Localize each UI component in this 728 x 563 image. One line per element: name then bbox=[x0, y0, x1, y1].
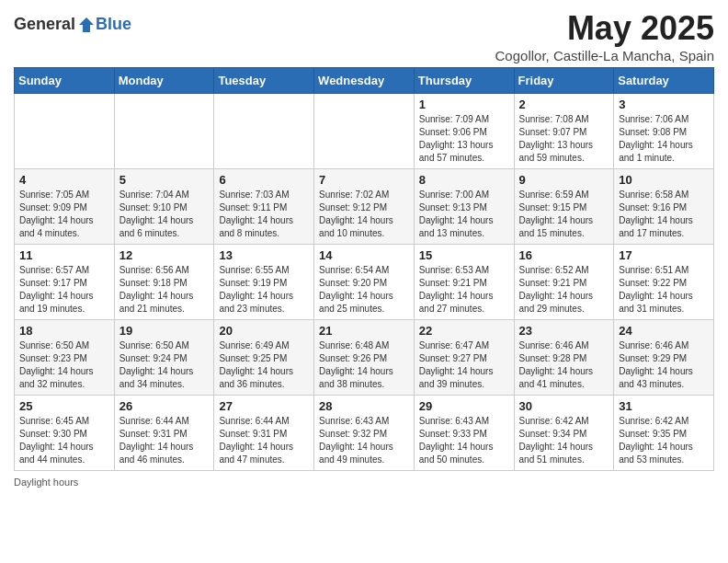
logo: General Blue bbox=[14, 15, 131, 34]
calendar-cell: 6Sunrise: 7:03 AMSunset: 9:11 PMDaylight… bbox=[214, 169, 314, 245]
day-info: Sunrise: 6:58 AMSunset: 9:16 PMDaylight:… bbox=[619, 189, 709, 240]
calendar-cell: 9Sunrise: 6:59 AMSunset: 9:15 PMDaylight… bbox=[514, 169, 614, 245]
day-info: Sunrise: 6:55 AMSunset: 9:19 PMDaylight:… bbox=[219, 264, 309, 316]
calendar-cell: 29Sunrise: 6:43 AMSunset: 9:33 PMDayligh… bbox=[414, 396, 514, 471]
calendar-week-row: 1Sunrise: 7:09 AMSunset: 9:06 PMDaylight… bbox=[15, 94, 714, 169]
day-number: 16 bbox=[519, 248, 609, 262]
calendar-day-header: Thursday bbox=[414, 68, 514, 94]
calendar-cell: 16Sunrise: 6:52 AMSunset: 9:21 PMDayligh… bbox=[514, 245, 614, 320]
calendar-cell: 3Sunrise: 7:06 AMSunset: 9:08 PMDaylight… bbox=[614, 94, 714, 169]
daylight-hours-label: Daylight hours bbox=[14, 477, 78, 488]
calendar-header-row: SundayMondayTuesdayWednesdayThursdayFrid… bbox=[15, 68, 714, 94]
calendar-cell: 30Sunrise: 6:42 AMSunset: 9:34 PMDayligh… bbox=[514, 396, 614, 471]
day-info: Sunrise: 7:09 AMSunset: 9:06 PMDaylight:… bbox=[419, 113, 509, 165]
calendar-cell: 19Sunrise: 6:50 AMSunset: 9:24 PMDayligh… bbox=[114, 320, 214, 396]
day-info: Sunrise: 6:54 AMSunset: 9:20 PMDaylight:… bbox=[319, 264, 409, 316]
day-number: 18 bbox=[19, 324, 109, 338]
day-info: Sunrise: 6:59 AMSunset: 9:15 PMDaylight:… bbox=[519, 189, 609, 240]
calendar-day-header: Saturday bbox=[614, 68, 714, 94]
day-info: Sunrise: 6:52 AMSunset: 9:21 PMDaylight:… bbox=[519, 264, 609, 316]
day-info: Sunrise: 7:08 AMSunset: 9:07 PMDaylight:… bbox=[519, 113, 609, 165]
calendar-cell: 7Sunrise: 7:02 AMSunset: 9:12 PMDaylight… bbox=[314, 169, 415, 245]
calendar-day-header: Tuesday bbox=[214, 68, 314, 94]
calendar-cell: 25Sunrise: 6:45 AMSunset: 9:30 PMDayligh… bbox=[15, 396, 115, 471]
calendar-day-header: Wednesday bbox=[314, 68, 415, 94]
calendar-cell: 10Sunrise: 6:58 AMSunset: 9:16 PMDayligh… bbox=[614, 169, 714, 245]
calendar-cell: 23Sunrise: 6:46 AMSunset: 9:28 PMDayligh… bbox=[514, 320, 614, 396]
calendar-cell bbox=[214, 94, 314, 169]
calendar-cell: 1Sunrise: 7:09 AMSunset: 9:06 PMDaylight… bbox=[414, 94, 514, 169]
day-number: 17 bbox=[619, 248, 709, 262]
calendar-cell: 31Sunrise: 6:42 AMSunset: 9:35 PMDayligh… bbox=[614, 396, 714, 471]
calendar-week-row: 4Sunrise: 7:05 AMSunset: 9:09 PMDaylight… bbox=[15, 169, 714, 245]
day-number: 12 bbox=[119, 248, 210, 262]
day-number: 27 bbox=[219, 399, 309, 413]
calendar-day-header: Sunday bbox=[15, 68, 115, 94]
day-info: Sunrise: 7:06 AMSunset: 9:08 PMDaylight:… bbox=[619, 113, 709, 165]
day-number: 26 bbox=[119, 399, 210, 413]
day-info: Sunrise: 7:02 AMSunset: 9:12 PMDaylight:… bbox=[319, 189, 409, 240]
calendar-week-row: 11Sunrise: 6:57 AMSunset: 9:17 PMDayligh… bbox=[15, 245, 714, 320]
day-number: 20 bbox=[219, 324, 309, 338]
day-number: 13 bbox=[219, 248, 309, 262]
day-number: 8 bbox=[419, 173, 509, 187]
day-number: 10 bbox=[619, 173, 709, 187]
calendar-cell: 21Sunrise: 6:48 AMSunset: 9:26 PMDayligh… bbox=[314, 320, 415, 396]
title-area: May 2025 Cogollor, Castille-La Mancha, S… bbox=[495, 9, 714, 63]
day-number: 30 bbox=[519, 399, 609, 413]
calendar-week-row: 25Sunrise: 6:45 AMSunset: 9:30 PMDayligh… bbox=[15, 396, 714, 471]
location-subtitle: Cogollor, Castille-La Mancha, Spain bbox=[495, 48, 714, 63]
svg-marker-0 bbox=[79, 17, 94, 32]
day-number: 7 bbox=[319, 173, 409, 187]
day-info: Sunrise: 6:42 AMSunset: 9:35 PMDaylight:… bbox=[619, 415, 709, 466]
calendar-cell: 18Sunrise: 6:50 AMSunset: 9:23 PMDayligh… bbox=[15, 320, 115, 396]
day-info: Sunrise: 6:48 AMSunset: 9:26 PMDaylight:… bbox=[319, 339, 409, 391]
calendar-cell: 11Sunrise: 6:57 AMSunset: 9:17 PMDayligh… bbox=[15, 245, 115, 320]
footer-note: Daylight hours bbox=[14, 477, 714, 488]
day-info: Sunrise: 6:47 AMSunset: 9:27 PMDaylight:… bbox=[419, 339, 509, 391]
day-number: 1 bbox=[419, 98, 509, 111]
calendar-day-header: Monday bbox=[114, 68, 214, 94]
day-number: 6 bbox=[219, 173, 309, 187]
day-number: 3 bbox=[619, 98, 709, 111]
day-info: Sunrise: 7:03 AMSunset: 9:11 PMDaylight:… bbox=[219, 189, 309, 240]
day-number: 31 bbox=[619, 399, 709, 413]
day-info: Sunrise: 6:43 AMSunset: 9:32 PMDaylight:… bbox=[319, 415, 409, 466]
calendar-cell bbox=[114, 94, 214, 169]
day-info: Sunrise: 6:43 AMSunset: 9:33 PMDaylight:… bbox=[419, 415, 509, 466]
calendar-cell: 5Sunrise: 7:04 AMSunset: 9:10 PMDaylight… bbox=[114, 169, 214, 245]
logo-icon bbox=[77, 16, 96, 34]
day-number: 5 bbox=[119, 173, 210, 187]
logo-text-general: General bbox=[14, 15, 75, 34]
day-info: Sunrise: 6:42 AMSunset: 9:34 PMDaylight:… bbox=[519, 415, 609, 466]
day-number: 15 bbox=[419, 248, 509, 262]
day-info: Sunrise: 6:46 AMSunset: 9:29 PMDaylight:… bbox=[619, 339, 709, 391]
calendar-table: SundayMondayTuesdayWednesdayThursdayFrid… bbox=[14, 67, 714, 471]
calendar-cell: 20Sunrise: 6:49 AMSunset: 9:25 PMDayligh… bbox=[214, 320, 314, 396]
day-info: Sunrise: 6:50 AMSunset: 9:23 PMDaylight:… bbox=[19, 339, 109, 391]
calendar-week-row: 18Sunrise: 6:50 AMSunset: 9:23 PMDayligh… bbox=[15, 320, 714, 396]
calendar-cell: 2Sunrise: 7:08 AMSunset: 9:07 PMDaylight… bbox=[514, 94, 614, 169]
calendar-cell: 8Sunrise: 7:00 AMSunset: 9:13 PMDaylight… bbox=[414, 169, 514, 245]
day-info: Sunrise: 6:49 AMSunset: 9:25 PMDaylight:… bbox=[219, 339, 309, 391]
day-info: Sunrise: 6:46 AMSunset: 9:28 PMDaylight:… bbox=[519, 339, 609, 391]
day-number: 28 bbox=[319, 399, 409, 413]
day-info: Sunrise: 6:45 AMSunset: 9:30 PMDaylight:… bbox=[19, 415, 109, 466]
calendar-cell: 15Sunrise: 6:53 AMSunset: 9:21 PMDayligh… bbox=[414, 245, 514, 320]
day-number: 19 bbox=[119, 324, 210, 338]
day-info: Sunrise: 6:44 AMSunset: 9:31 PMDaylight:… bbox=[219, 415, 309, 466]
day-info: Sunrise: 6:44 AMSunset: 9:31 PMDaylight:… bbox=[119, 415, 210, 466]
day-number: 2 bbox=[519, 98, 609, 111]
calendar-day-header: Friday bbox=[514, 68, 614, 94]
day-number: 25 bbox=[19, 399, 109, 413]
page-header: General Blue May 2025 Cogollor, Castille… bbox=[14, 9, 714, 63]
calendar-cell: 27Sunrise: 6:44 AMSunset: 9:31 PMDayligh… bbox=[214, 396, 314, 471]
day-number: 23 bbox=[519, 324, 609, 338]
calendar-cell: 28Sunrise: 6:43 AMSunset: 9:32 PMDayligh… bbox=[314, 396, 415, 471]
day-number: 11 bbox=[19, 248, 109, 262]
day-number: 14 bbox=[319, 248, 409, 262]
calendar-cell bbox=[314, 94, 415, 169]
day-info: Sunrise: 6:51 AMSunset: 9:22 PMDaylight:… bbox=[619, 264, 709, 316]
calendar-cell: 24Sunrise: 6:46 AMSunset: 9:29 PMDayligh… bbox=[614, 320, 714, 396]
calendar-cell: 14Sunrise: 6:54 AMSunset: 9:20 PMDayligh… bbox=[314, 245, 415, 320]
